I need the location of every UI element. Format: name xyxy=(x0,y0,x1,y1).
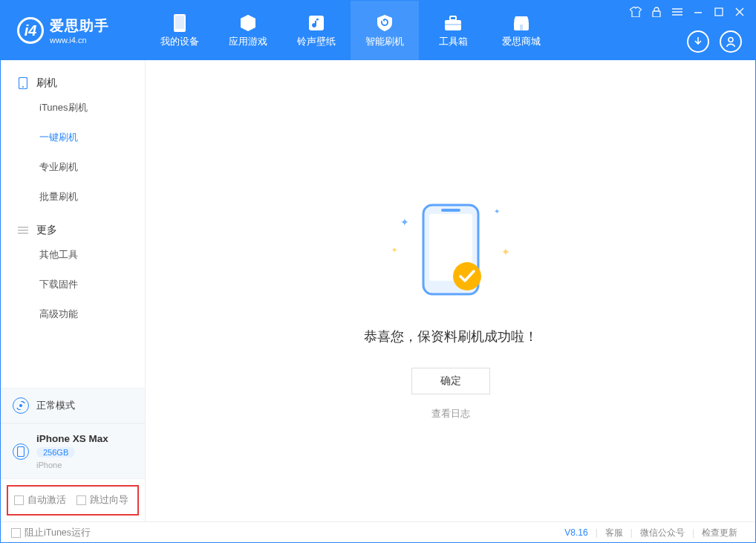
footer-link-wechat[interactable]: 微信公众号 xyxy=(633,527,692,539)
shop-icon xyxy=(511,13,532,33)
tab-label: 我的设备 xyxy=(160,36,199,48)
checkbox-icon xyxy=(11,528,21,538)
checkbox-auto-activate[interactable]: 自动激活 xyxy=(14,494,66,507)
refresh-shield-icon xyxy=(374,13,395,33)
sidebar-scroll: 刷机 iTunes刷机 一键刷机 专业刷机 批量刷机 更多 其他工具 下载固件 … xyxy=(1,60,145,388)
lock-icon[interactable] xyxy=(650,5,663,19)
header: i4 爱思助手 www.i4.cn 我的设备 应用游戏 铃声壁纸 智能刷机 工具… xyxy=(1,1,755,60)
app-title: 爱思助手 xyxy=(50,16,109,36)
sidebar-item-other-tools[interactable]: 其他工具 xyxy=(1,240,145,270)
mode-label: 正常模式 xyxy=(36,399,75,412)
group-label: 更多 xyxy=(36,224,57,237)
checkbox-icon xyxy=(14,495,24,505)
options-highlighted: 自动激活 跳过向导 xyxy=(7,485,139,516)
svg-point-16 xyxy=(729,38,733,42)
checkbox-skip-guide[interactable]: 跳过向导 xyxy=(76,494,128,507)
svg-rect-23 xyxy=(18,446,25,456)
sidebar-item-oneclick-flash[interactable]: 一键刷机 xyxy=(1,123,145,152)
music-note-icon xyxy=(306,13,327,33)
phone-success-icon xyxy=(420,202,481,297)
sidebar-item-advanced[interactable]: 高级功能 xyxy=(1,299,145,329)
tab-label: 应用游戏 xyxy=(229,36,267,48)
footer-link-update[interactable]: 检查更新 xyxy=(694,527,745,539)
success-message: 恭喜您，保资料刷机成功啦！ xyxy=(364,328,538,345)
mode-card[interactable]: 正常模式 xyxy=(1,388,145,423)
titlebar-controls xyxy=(629,5,746,19)
device-card[interactable]: iPhone XS Max 256GB iPhone xyxy=(1,423,145,479)
footer: 阻止iTunes运行 V8.16 | 客服 | 微信公众号 | 检查更新 xyxy=(1,521,755,543)
device-storage-badge: 256GB xyxy=(36,447,75,458)
svg-point-18 xyxy=(22,86,24,88)
device-info: iPhone XS Max 256GB iPhone xyxy=(36,433,108,469)
device-icon xyxy=(169,13,190,33)
tab-ringtone-wallpaper[interactable]: 铃声壁纸 xyxy=(282,1,351,60)
checkbox-label: 阻止iTunes运行 xyxy=(25,527,91,539)
svg-rect-7 xyxy=(520,25,523,30)
tab-label: 铃声壁纸 xyxy=(297,36,336,48)
version-label: V8.16 xyxy=(564,527,587,538)
sidebar-item-download-firmware[interactable]: 下载固件 xyxy=(1,270,145,299)
minimize-icon[interactable] xyxy=(691,5,705,19)
logo-text: 爱思助手 www.i4.cn xyxy=(50,16,109,45)
tab-shop[interactable]: 爱思商城 xyxy=(487,1,555,60)
view-log-link[interactable]: 查看日志 xyxy=(364,408,538,420)
ok-button[interactable]: 确定 xyxy=(411,368,490,394)
device-type: iPhone xyxy=(36,461,108,469)
sidebar-group-more: 更多 xyxy=(1,218,145,240)
sidebar-group-flash: 刷机 xyxy=(1,71,145,93)
sparkle-icon: ✦ xyxy=(391,246,397,254)
sparkle-icon: ✦ xyxy=(501,246,510,258)
phone-icon xyxy=(13,443,29,460)
success-panel: ✦ ✦ ✦ ✦ 恭喜您，保资料刷机成功啦！ 确定 查看日志 xyxy=(364,194,538,420)
app-subtitle: www.i4.cn xyxy=(50,36,109,45)
tab-label: 智能刷机 xyxy=(365,36,404,48)
list-icon xyxy=(17,224,29,236)
sidebar-item-itunes-flash[interactable]: iTunes刷机 xyxy=(1,93,145,123)
tshirt-icon[interactable] xyxy=(629,5,642,19)
svg-rect-8 xyxy=(653,11,660,17)
checkbox-icon xyxy=(76,495,86,505)
svg-point-27 xyxy=(453,262,481,290)
cube-icon xyxy=(238,13,258,33)
checkbox-block-itunes[interactable]: 阻止iTunes运行 xyxy=(11,527,91,539)
sparkle-icon: ✦ xyxy=(400,216,409,228)
main-content: ✦ ✦ ✦ ✦ 恭喜您，保资料刷机成功啦！ 确定 查看日志 xyxy=(146,60,755,521)
header-right xyxy=(687,30,742,53)
svg-rect-4 xyxy=(450,16,456,20)
mode-icon xyxy=(13,397,29,414)
user-button[interactable] xyxy=(720,30,742,53)
tab-label: 爱思商城 xyxy=(502,36,541,48)
menu-icon[interactable] xyxy=(671,5,684,19)
svg-rect-13 xyxy=(715,8,723,16)
sparkle-icon: ✦ xyxy=(494,207,500,215)
svg-point-22 xyxy=(19,404,22,407)
download-button[interactable] xyxy=(687,30,709,53)
device-name: iPhone XS Max xyxy=(36,433,108,444)
svg-rect-1 xyxy=(175,16,184,29)
checkbox-label: 跳过向导 xyxy=(90,494,128,507)
sidebar-item-batch-flash[interactable]: 批量刷机 xyxy=(1,182,145,212)
toolbox-icon xyxy=(443,13,463,33)
group-label: 刷机 xyxy=(36,77,57,90)
maximize-icon[interactable] xyxy=(712,5,726,19)
svg-rect-26 xyxy=(441,209,460,212)
sidebar-item-pro-flash[interactable]: 专业刷机 xyxy=(1,152,145,182)
footer-link-support[interactable]: 客服 xyxy=(598,527,630,539)
tab-my-device[interactable]: 我的设备 xyxy=(146,1,214,60)
device-area: 正常模式 iPhone XS Max 256GB iPhone 自动激活 跳过向… xyxy=(1,388,145,521)
tab-apps-games[interactable]: 应用游戏 xyxy=(214,1,282,60)
phone-icon xyxy=(17,77,29,89)
tab-label: 工具箱 xyxy=(439,36,468,48)
svg-rect-5 xyxy=(445,24,461,25)
logo-area: i4 爱思助手 www.i4.cn xyxy=(1,16,146,45)
success-illustration: ✦ ✦ ✦ ✦ xyxy=(391,194,510,305)
tab-toolbox[interactable]: 工具箱 xyxy=(419,1,487,60)
close-icon[interactable] xyxy=(733,5,746,19)
sidebar: 刷机 iTunes刷机 一键刷机 专业刷机 批量刷机 更多 其他工具 下载固件 … xyxy=(1,60,146,521)
body: 刷机 iTunes刷机 一键刷机 专业刷机 批量刷机 更多 其他工具 下载固件 … xyxy=(1,60,755,521)
logo-icon: i4 xyxy=(17,17,44,44)
tab-smart-flash[interactable]: 智能刷机 xyxy=(351,1,419,60)
nav-tabs: 我的设备 应用游戏 铃声壁纸 智能刷机 工具箱 爱思商城 xyxy=(146,1,555,60)
checkbox-label: 自动激活 xyxy=(27,494,66,507)
